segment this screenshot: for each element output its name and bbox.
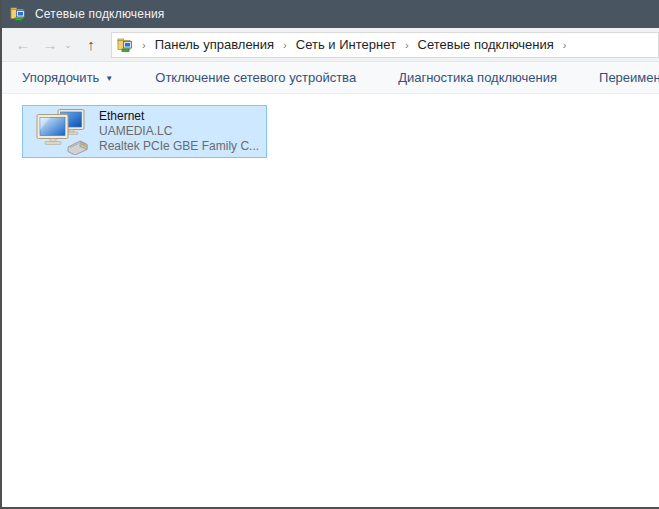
rename-connection-button[interactable]: Переименование подключения [585,70,659,85]
connection-item-ethernet[interactable]: Ethernet UAMEDIA.LC Realtek PCIe GBE Fam… [22,105,267,158]
breadcrumb-chevron-icon[interactable]: › [554,39,576,51]
organize-label: Упорядочить [22,70,99,85]
address-bar[interactable]: › Панель управления › Сеть и Интернет › … [111,32,659,58]
back-icon[interactable]: ← [13,36,33,53]
breadcrumb-network-connections[interactable]: Сетевые подключения [418,37,554,52]
connection-name: Ethernet [99,109,259,124]
title-bar: Сетевые подключения [2,0,659,28]
address-location-icon [117,37,133,53]
connection-network: UAMEDIA.LC [99,124,259,139]
network-folder-icon [10,6,26,22]
up-icon[interactable]: ↑ [80,36,102,53]
command-toolbar: Упорядочить ▼ Отключение сетевого устрой… [2,62,659,94]
connections-list: Ethernet UAMEDIA.LC Realtek PCIe GBE Fam… [2,94,659,507]
breadcrumb-network-internet[interactable]: Сеть и Интернет [296,37,396,52]
breadcrumb-chevron-icon[interactable]: › [133,39,155,51]
connection-text: Ethernet UAMEDIA.LC Realtek PCIe GBE Fam… [99,109,259,154]
connection-adapter: Realtek PCIe GBE Family C... [99,139,259,154]
breadcrumb-chevron-icon[interactable]: › [274,39,296,51]
chevron-down-icon: ▼ [105,74,113,83]
network-connections-window: Сетевые подключения ← → ⌄ ↑ › Панель упр… [0,0,659,509]
organize-button[interactable]: Упорядочить ▼ [8,70,127,85]
navigation-bar: ← → ⌄ ↑ › Панель управления › Сеть и Инт… [2,28,659,62]
disable-network-device-button[interactable]: Отключение сетевого устройства [141,70,370,85]
recent-locations-chevron-icon[interactable]: ⌄ [62,40,74,50]
diagnose-connection-button[interactable]: Диагностика подключения [384,70,571,85]
breadcrumb-chevron-icon[interactable]: › [396,39,418,51]
breadcrumb-control-panel[interactable]: Панель управления [155,37,274,52]
ethernet-connection-icon [35,109,91,155]
window-title: Сетевые подключения [35,7,165,21]
forward-icon[interactable]: → [40,36,60,53]
